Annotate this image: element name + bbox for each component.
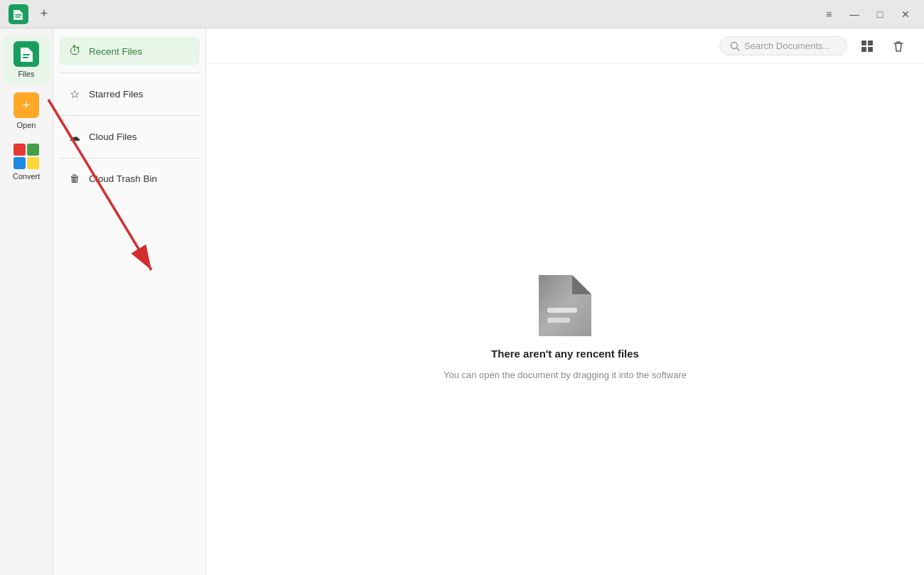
svg-rect-14 [547,308,577,313]
nav-label-cloud: Cloud Files [89,131,137,142]
maximize-button[interactable]: □ [870,4,890,24]
nav-divider-1 [59,72,200,73]
svg-text:+: + [23,98,31,112]
toolbar: Search Documents... [206,28,924,64]
nav-label-recent: Recent Files [89,46,142,57]
empty-state: There aren't any rencent files You can o… [206,64,924,575]
sidebar-item-open[interactable]: + Open [4,87,50,135]
svg-rect-15 [547,318,570,323]
open-icon: + [14,92,39,118]
search-icon [730,41,740,51]
icon-sidebar: Files + Open Convert [0,28,53,575]
view-toggle-button[interactable] [856,35,879,58]
trash-icon [891,39,906,53]
empty-state-subtitle: You can open the document by dragging it… [444,370,687,380]
search-placeholder: Search Documents... [744,41,830,51]
sidebar-item-files[interactable]: Files [4,36,50,84]
title-bar: + ≡ — □ ✕ [0,0,924,28]
trash-nav-icon: 🗑 [68,173,82,184]
title-bar-right: ≡ — □ ✕ [819,4,915,24]
svg-rect-13 [868,47,873,52]
nav-item-recent[interactable]: ⏱ Recent Files [59,37,200,65]
empty-doc-svg [533,259,597,338]
trash-button[interactable] [887,35,910,58]
svg-rect-5 [27,144,39,156]
star-icon: ☆ [68,87,82,101]
svg-rect-11 [868,41,873,45]
recent-icon: ⏱ [68,44,82,58]
svg-rect-6 [14,157,26,169]
empty-state-title: There aren't any rencent files [491,348,639,360]
nav-sidebar: ⏱ Recent Files ☆ Starred Files ☁ Cloud F… [53,28,206,575]
convert-icon [14,144,39,169]
empty-doc-illustration [533,259,597,338]
nav-item-cloud[interactable]: ☁ Cloud Files [59,123,200,151]
svg-rect-7 [27,157,39,169]
nav-item-trash[interactable]: 🗑 Cloud Trash Bin [59,166,200,191]
app-container: Files + Open Convert ⏱ Recent Files [0,28,924,575]
search-box[interactable]: Search Documents... [719,36,847,55]
nav-item-starred[interactable]: ☆ Starred Files [59,80,200,108]
app-logo-icon [9,4,28,24]
nav-divider-2 [59,115,200,116]
title-bar-left: + [9,4,53,24]
sidebar-item-convert[interactable]: Convert [4,138,50,186]
nav-label-trash: Cloud Trash Bin [89,173,157,184]
cloud-icon: ☁ [68,130,82,144]
minimize-button[interactable]: — [844,4,864,24]
nav-divider-3 [59,158,200,158]
new-tab-button[interactable]: + [36,6,53,23]
close-button[interactable]: ✕ [896,4,915,24]
open-label: Open [17,121,36,129]
nav-label-starred: Starred Files [89,89,144,100]
files-label: Files [18,70,34,78]
files-icon [14,41,39,67]
svg-rect-12 [861,47,866,52]
svg-line-9 [737,48,740,50]
svg-rect-4 [14,144,26,156]
view-toggle-icon [860,39,874,53]
svg-rect-10 [861,41,866,45]
menu-button[interactable]: ≡ [819,4,839,24]
convert-label: Convert [13,172,41,181]
main-content: Search Documents... [206,28,924,575]
